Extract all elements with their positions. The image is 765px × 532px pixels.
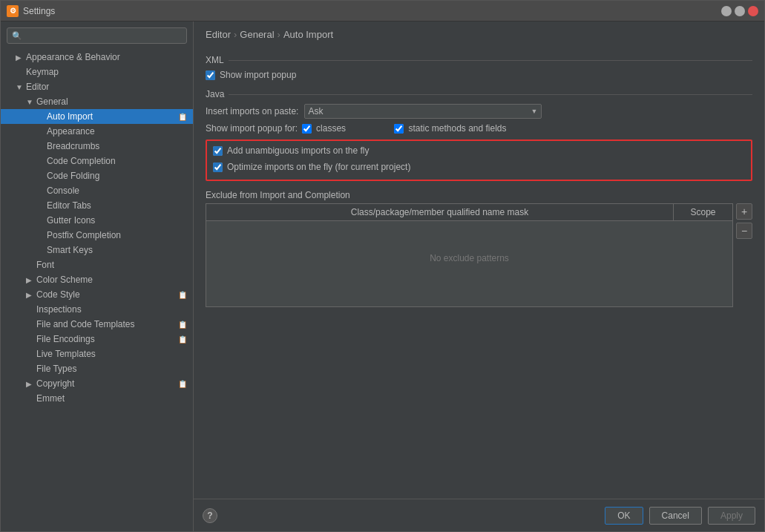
sidebar-item-code-folding[interactable]: Code Folding	[1, 168, 193, 183]
expand-arrow: ▶	[16, 53, 26, 62]
classes-label: classes	[316, 123, 346, 134]
sidebar-item-label: Appearance	[47, 126, 95, 137]
sidebar-item-appearance-behavior[interactable]: ▶ Appearance & Behavior	[1, 50, 193, 65]
sidebar-item-inspections[interactable]: Inspections	[1, 302, 193, 317]
title-bar: ⚙ Settings	[1, 1, 764, 22]
sidebar-item-file-encodings[interactable]: File Encodings 📋	[1, 332, 193, 347]
footer-left: ?	[203, 508, 217, 523]
search-box[interactable]: 🔍	[7, 27, 187, 44]
sidebar-item-appearance[interactable]: Appearance	[1, 124, 193, 139]
col-scope: Scope	[673, 204, 732, 220]
expand-arrow: ▶	[26, 276, 36, 284]
show-import-popup-checkbox[interactable]	[206, 70, 215, 80]
insert-imports-row: Insert imports on paste: Ask Always Neve…	[206, 104, 752, 119]
sidebar-item-editor-tabs[interactable]: Editor Tabs	[1, 198, 193, 213]
sidebar-item-label: Inspections	[36, 304, 82, 315]
sidebar-item-label: Console	[47, 185, 79, 196]
sidebar-item-label: Postfix Completion	[47, 230, 121, 240]
sidebar-item-color-scheme[interactable]: ▶ Color Scheme	[1, 272, 193, 287]
breadcrumb-general: General	[240, 29, 274, 40]
copy-icon: 📋	[178, 321, 187, 329]
sidebar-item-code-style[interactable]: ▶ Code Style 📋	[1, 287, 193, 302]
sidebar-item-general[interactable]: ▼ General	[1, 94, 193, 109]
xml-section-label: XML	[206, 55, 752, 65]
footer-right: OK Cancel Apply	[605, 507, 755, 525]
sidebar-item-live-templates[interactable]: Live Templates	[1, 347, 193, 361]
java-section-label: Java	[206, 89, 752, 99]
add-unambiguous-label: Add unambiguous imports on the fly	[227, 145, 369, 156]
remove-pattern-button[interactable]: −	[736, 223, 752, 239]
ok-button[interactable]: OK	[605, 507, 643, 525]
copy-icon: 📋	[178, 335, 187, 344]
static-checkbox[interactable]	[394, 124, 404, 134]
exclude-section-label: Exclude from Import and Completion	[206, 190, 752, 200]
sidebar-item-label: Keymap	[26, 67, 59, 77]
settings-window: ⚙ Settings 🔍 ▶ Appearance & Behavior Key…	[0, 0, 765, 532]
sidebar-item-copyright[interactable]: ▶ Copyright 📋	[1, 376, 193, 391]
insert-imports-select[interactable]: Ask Always Never	[304, 104, 542, 119]
sidebar-item-label: Smart Keys	[47, 245, 93, 255]
col-name-mask: Class/package/member qualified name mask	[206, 204, 673, 220]
search-input[interactable]	[25, 30, 182, 41]
minimize-button[interactable]	[721, 6, 732, 16]
sidebar-item-breadcrumbs[interactable]: Breadcrumbs	[1, 139, 193, 154]
insert-imports-select-wrapper[interactable]: Ask Always Never	[304, 104, 542, 119]
breadcrumb-auto-import: Auto Import	[283, 29, 333, 40]
sidebar-item-emmet[interactable]: Emmet	[1, 391, 193, 406]
sidebar-item-file-types[interactable]: File Types	[1, 361, 193, 376]
copy-icon: 📋	[178, 380, 187, 388]
sidebar-item-label: Auto Import	[47, 111, 93, 122]
sidebar-item-keymap[interactable]: Keymap	[1, 65, 193, 79]
sidebar-item-gutter-icons[interactable]: Gutter Icons	[1, 213, 193, 228]
maximize-button[interactable]	[735, 6, 745, 16]
sidebar-item-label: Breadcrumbs	[47, 141, 99, 151]
table-header: Class/package/member qualified name mask…	[206, 204, 732, 221]
sidebar-item-console[interactable]: Console	[1, 183, 193, 198]
expand-arrow: ▼	[16, 83, 26, 91]
show-popup-for-row: Show import popup for: classes static me…	[206, 123, 752, 134]
sidebar-item-label: Color Scheme	[36, 275, 93, 285]
copy-icon: 📋	[178, 291, 187, 299]
sidebar-item-label: Editor	[26, 82, 49, 92]
sidebar-item-label: Code Folding	[47, 171, 99, 181]
sidebar-item-label: General	[36, 96, 68, 107]
close-button[interactable]	[748, 6, 758, 16]
static-label: static methods and fields	[408, 123, 506, 134]
apply-button[interactable]: Apply	[708, 507, 755, 525]
insert-imports-label: Insert imports on paste:	[206, 106, 298, 116]
breadcrumb-sep2: ›	[278, 29, 280, 40]
add-unambiguous-checkbox[interactable]	[213, 146, 223, 156]
show-import-popup-row: Show import popup	[206, 70, 752, 80]
sidebar-item-file-code-templates[interactable]: File and Code Templates 📋	[1, 317, 193, 332]
add-unambiguous-row: Add unambiguous imports on the fly	[213, 145, 745, 156]
right-panel: Editor › General › Auto Import XML Show …	[194, 22, 764, 531]
classes-checkbox[interactable]	[302, 124, 312, 134]
sidebar-item-label: File and Code Templates	[36, 319, 135, 329]
sidebar-item-font[interactable]: Font	[1, 257, 193, 272]
expand-arrow: ▶	[26, 291, 36, 299]
sidebar-item-label: Copyright	[36, 378, 74, 389]
search-icon: 🔍	[12, 31, 22, 41]
sidebar-item-label: Emmet	[36, 393, 65, 404]
table-buttons: + −	[736, 203, 752, 307]
annotated-section: Add unambiguous imports on the fly Optim…	[206, 139, 752, 181]
add-pattern-button[interactable]: +	[736, 203, 752, 220]
cancel-button[interactable]: Cancel	[649, 507, 702, 525]
sidebar-item-postfix-completion[interactable]: Postfix Completion	[1, 228, 193, 243]
sidebar-item-label: Font	[36, 260, 54, 270]
sidebar-item-label: Code Completion	[47, 156, 116, 166]
breadcrumb: Editor › General › Auto Import	[194, 22, 764, 45]
optimize-imports-checkbox[interactable]	[213, 162, 223, 172]
app-icon: ⚙	[7, 5, 19, 17]
sidebar-item-editor[interactable]: ▼ Editor	[1, 79, 193, 94]
no-patterns-label: No exclude patterns	[206, 221, 732, 295]
copy-icon: 📋	[178, 113, 187, 121]
sidebar-item-smart-keys[interactable]: Smart Keys	[1, 243, 193, 257]
sidebar-item-auto-import[interactable]: Auto Import 📋	[1, 109, 193, 124]
annotated-box: Add unambiguous imports on the fly Optim…	[206, 139, 752, 181]
expand-arrow: ▼	[26, 98, 36, 106]
sidebar-item-label: Gutter Icons	[47, 215, 95, 226]
footer: ? OK Cancel Apply	[194, 499, 764, 531]
sidebar-item-code-completion[interactable]: Code Completion	[1, 154, 193, 168]
help-button[interactable]: ?	[203, 508, 217, 523]
